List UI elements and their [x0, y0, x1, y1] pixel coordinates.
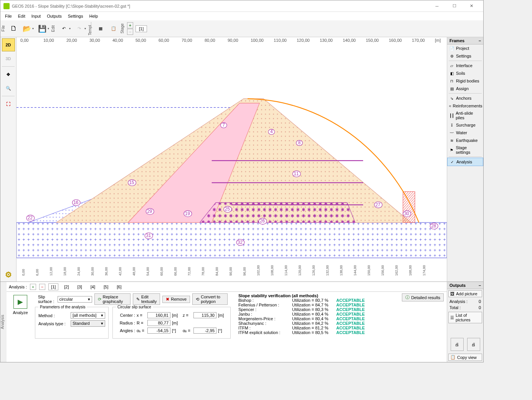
remove-analysis-button[interactable]: −: [39, 284, 45, 290]
settings-gear-button[interactable]: ⚙: [2, 268, 15, 281]
app-icon: [3, 3, 10, 9]
add-analysis-button[interactable]: +: [30, 284, 36, 290]
svg-text:11: 11: [294, 171, 299, 176]
convert-polygon-button[interactable]: ⟲Convert to polygon: [192, 293, 228, 305]
replace-graphically-button[interactable]: ⟳Replace graphically: [94, 293, 131, 305]
redo-button[interactable]: ↷▾: [73, 22, 88, 36]
angle2-input[interactable]: [193, 328, 216, 334]
frame-item-rigid-bodies[interactable]: ⊓Rigid bodies: [447, 77, 483, 85]
open-file-button[interactable]: 📂▾: [20, 22, 36, 36]
svg-marker-10: [200, 202, 355, 222]
slip-shape-select[interactable]: circular▾: [58, 296, 92, 303]
menu-input[interactable]: Input: [28, 13, 44, 19]
edit-section-label: Edit: [51, 24, 57, 33]
parameters-fieldset: Parameters of the analysis Method : [all…: [35, 305, 109, 339]
collapse-icon[interactable]: –: [479, 283, 481, 288]
results-panel: Slope stability verification (all method…: [235, 293, 398, 360]
undo-button[interactable]: ↶▾: [57, 22, 73, 36]
new-file-button[interactable]: 🗋: [7, 22, 20, 36]
view-3d-button[interactable]: 3D: [2, 52, 15, 65]
svg-marker-11: [403, 192, 415, 223]
detailed-results-button[interactable]: ⓘDetailed results: [402, 293, 444, 301]
pan-button[interactable]: ✥: [2, 68, 15, 81]
redo-icon: ↷: [74, 24, 84, 33]
templates-button[interactable]: ▦: [94, 22, 107, 36]
save-file-button[interactable]: 💾▾: [36, 22, 51, 36]
frame-item-interface[interactable]: ▱Interface: [447, 62, 483, 69]
fit-icon: ⛶: [6, 102, 10, 106]
analysis-tab-3[interactable]: [3]: [75, 283, 85, 290]
frame-item-anti-slide-piles[interactable]: ┃┃Anti-slide piles: [447, 110, 483, 121]
maximize-button[interactable]: ☐: [446, 1, 463, 12]
analyze-button[interactable]: ▶: [13, 295, 27, 309]
frame-item-earthquake[interactable]: ≋Earthquake: [447, 137, 483, 144]
menu-settings[interactable]: Settings: [65, 13, 86, 19]
frame-item-analysis[interactable]: ✓Analysis: [447, 158, 483, 166]
stage-tab-1[interactable]: [1]: [135, 25, 147, 32]
collapse-icon[interactable]: –: [479, 38, 481, 43]
frame-item-label: Stage settings: [456, 145, 481, 155]
file-section-label: File: [1, 24, 7, 33]
result-row: Fellenius / Petterson :Utilization = 84,…: [238, 303, 398, 307]
analysis-tab-4[interactable]: [4]: [88, 283, 98, 290]
gear-icon: ⚙: [5, 270, 12, 279]
frame-item-project[interactable]: 📄Project: [447, 44, 483, 52]
reinforcements-icon: ≈: [449, 103, 451, 109]
minimize-button[interactable]: ─: [428, 1, 446, 12]
frame-item-label: Reinforcements: [453, 104, 482, 108]
window-title: GEO5 2016 - Slope Stability [C:\Slope-St…: [12, 4, 428, 8]
analysis-tab-5[interactable]: [5]: [101, 283, 111, 290]
center-x-input[interactable]: [147, 312, 170, 318]
add-stage-button[interactable]: +: [127, 22, 133, 28]
add-picture-button[interactable]: 🖼Add picture: [448, 290, 482, 297]
radius-input[interactable]: [147, 320, 170, 326]
analysis-tab-2[interactable]: [2]: [61, 283, 71, 290]
method-select[interactable]: [all methods]▾: [71, 312, 105, 319]
drawing-canvas[interactable]: + ✱: [17, 46, 447, 262]
fit-button[interactable]: ⛶: [2, 97, 15, 110]
frame-item-assign[interactable]: ▤Assign: [447, 85, 483, 92]
svg-text:7: 7: [223, 122, 225, 128]
menu-file[interactable]: File: [2, 13, 15, 19]
remove-button[interactable]: ✖Remove: [162, 296, 190, 303]
documents-button[interactable]: 📋: [107, 22, 120, 36]
list-pictures-button[interactable]: ☰List of pictures: [448, 312, 482, 323]
frame-item-anchors[interactable]: ⇘Anchors: [447, 94, 483, 102]
frame-item-settings[interactable]: ⚙Settings: [447, 52, 483, 60]
print-button-1[interactable]: 🖨: [451, 338, 464, 351]
ruler-bottom: 0,006,0012,0018,0024,0030,0036,0042,0048…: [17, 262, 447, 281]
result-row: Spencer :Utilization = 80,3 %ACCEPTABLE: [238, 307, 398, 312]
copy-view-button[interactable]: 📋Copy view: [448, 354, 482, 361]
menu-outputs[interactable]: Outputs: [44, 13, 65, 19]
remove-stage-button[interactable]: −: [127, 29, 133, 35]
frame-item-label: Project: [456, 46, 469, 51]
zoom-button[interactable]: 🔍: [2, 82, 15, 95]
frame-item-surcharge[interactable]: ↧Surcharge: [447, 121, 483, 129]
templates-icon: ▦: [96, 24, 105, 33]
view-2d-button[interactable]: 2D: [2, 38, 15, 51]
svg-text:19: 19: [185, 211, 190, 216]
printer-icon: 🖨: [471, 342, 476, 347]
print-button-2[interactable]: 🖨: [467, 338, 480, 351]
move-icon: ✥: [7, 72, 10, 77]
list-icon: ☰: [450, 315, 454, 320]
frame-item-soils[interactable]: ◧Soils: [447, 69, 483, 77]
anti-slide-piles-icon: ┃┃: [449, 113, 454, 118]
analysis-type-select[interactable]: Standard▾: [71, 320, 105, 327]
edit-textually-button[interactable]: ✎Edit textually: [133, 293, 160, 305]
angle1-input[interactable]: [147, 328, 170, 334]
svg-text:25: 25: [225, 206, 230, 212]
frame-item-stage-settings[interactable]: ⚑Stage settings: [447, 144, 483, 156]
analysis-tab-1[interactable]: [1]: [48, 283, 58, 290]
menu-help[interactable]: Help: [86, 13, 101, 19]
frame-item-water[interactable]: 〰Water: [447, 129, 483, 137]
frame-item-label: Anchors: [456, 96, 471, 100]
interface-icon: ▱: [449, 63, 454, 68]
analysis-tab-6[interactable]: [6]: [114, 283, 124, 290]
circular-slip-fieldset: Circular slip surface Center : x = [m] z…: [112, 305, 231, 339]
center-z-input[interactable]: [193, 312, 216, 318]
menu-edit[interactable]: Edit: [15, 13, 28, 19]
frame-item-reinforcements[interactable]: ≈Reinforcements: [447, 102, 483, 110]
close-button[interactable]: ✕: [463, 1, 480, 12]
result-row: Bishop :Utilization = 80,7 %ACCEPTABLE: [238, 298, 398, 303]
